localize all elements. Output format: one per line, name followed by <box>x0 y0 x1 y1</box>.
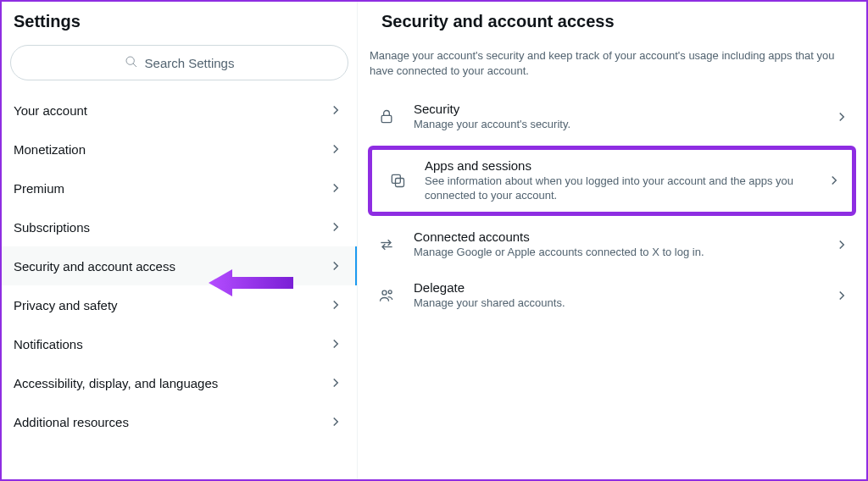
sidebar-item-accessibility-display-languages[interactable]: Accessibility, display, and languages <box>2 363 357 402</box>
option-title: Connected accounts <box>414 229 822 244</box>
search-input[interactable]: Search Settings <box>10 45 348 80</box>
sidebar-item-monetization[interactable]: Monetization <box>2 130 357 169</box>
chevron-right-icon <box>328 375 343 390</box>
search-container: Search Settings <box>2 41 357 91</box>
sidebar-item-label: Security and account access <box>14 259 175 274</box>
sidebar-item-subscriptions[interactable]: Subscriptions <box>2 207 357 246</box>
chevron-right-icon <box>834 109 849 124</box>
page-title: Settings <box>2 2 357 41</box>
sidebar-item-label: Premium <box>14 181 64 196</box>
settings-sidebar: Settings Search Settings Your account Mo… <box>2 2 358 479</box>
options-list: Security Manage your account's security.… <box>358 86 866 321</box>
svg-point-0 <box>126 57 134 64</box>
section-description: Manage your account's security and keep … <box>358 40 866 86</box>
search-placeholder: Search Settings <box>145 56 235 70</box>
sidebar-item-privacy-and-safety[interactable]: Privacy and safety <box>2 285 357 324</box>
chevron-right-icon <box>834 288 849 303</box>
swap-arrows-icon <box>371 229 402 260</box>
option-security[interactable]: Security Manage your account's security. <box>361 91 863 142</box>
chevron-right-icon <box>834 237 849 252</box>
chevron-right-icon <box>328 219 343 235</box>
apps-icon <box>382 165 413 196</box>
option-subtitle: Manage your shared accounts. <box>414 296 822 311</box>
svg-point-7 <box>388 290 392 294</box>
sidebar-item-notifications[interactable]: Notifications <box>2 324 357 363</box>
chevron-right-icon <box>328 258 343 274</box>
main-panel: Security and account access Manage your … <box>358 2 866 479</box>
search-icon <box>125 55 138 71</box>
section-title: Security and account access <box>358 12 866 40</box>
option-title: Delegate <box>414 280 822 295</box>
sidebar-item-label: Additional resources <box>14 415 129 429</box>
chevron-right-icon <box>328 141 343 157</box>
chevron-right-icon <box>328 336 343 351</box>
settings-nav: Your account Monetization Premium Subscr… <box>2 91 357 441</box>
option-delegate[interactable]: Delegate Manage your shared accounts. <box>361 270 863 321</box>
option-connected-accounts[interactable]: Connected accounts Manage Google or Appl… <box>361 219 863 270</box>
annotation-highlight-box: Apps and sessions See information about … <box>368 146 856 216</box>
chevron-right-icon <box>826 173 842 188</box>
option-title: Apps and sessions <box>425 158 815 173</box>
sidebar-item-label: Privacy and safety <box>14 298 118 312</box>
sidebar-item-label: Your account <box>14 103 87 118</box>
chevron-right-icon <box>328 297 343 312</box>
option-subtitle: Manage your account's security. <box>414 118 822 132</box>
svg-point-6 <box>382 290 387 295</box>
svg-rect-3 <box>381 115 392 122</box>
people-icon <box>371 280 402 311</box>
sidebar-item-security-and-account-access[interactable]: Security and account access <box>2 246 357 285</box>
sidebar-item-your-account[interactable]: Your account <box>2 91 357 130</box>
sidebar-item-premium[interactable]: Premium <box>2 169 357 207</box>
option-subtitle: See information about when you logged in… <box>425 174 815 203</box>
svg-line-1 <box>133 64 136 67</box>
sidebar-item-label: Subscriptions <box>14 220 90 235</box>
option-title: Security <box>414 102 822 116</box>
sidebar-item-label: Monetization <box>14 142 86 157</box>
sidebar-item-additional-resources[interactable]: Additional resources <box>2 402 357 441</box>
chevron-right-icon <box>328 180 343 196</box>
option-subtitle: Manage Google or Apple accounts connecte… <box>414 246 822 260</box>
sidebar-item-label: Accessibility, display, and languages <box>14 376 218 390</box>
chevron-right-icon <box>328 102 343 118</box>
sidebar-item-label: Notifications <box>14 337 83 351</box>
lock-icon <box>371 102 402 132</box>
option-apps-and-sessions[interactable]: Apps and sessions See information about … <box>372 150 852 212</box>
chevron-right-icon <box>328 414 343 429</box>
